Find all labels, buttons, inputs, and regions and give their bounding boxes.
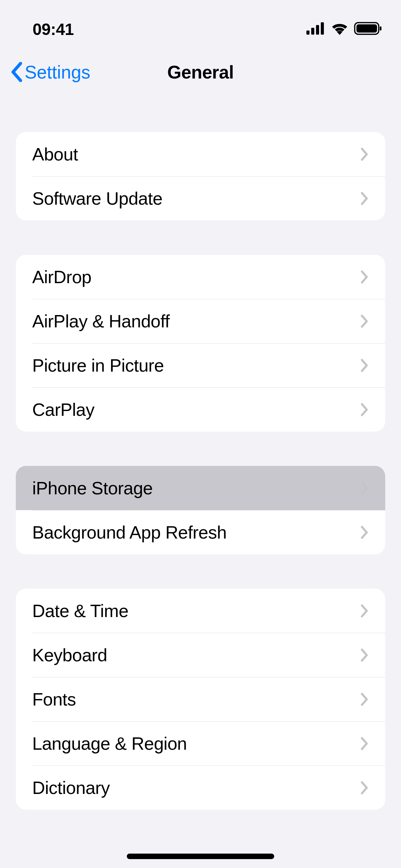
nav-bar: Settings General [0, 48, 401, 96]
chevron-right-icon [361, 737, 369, 750]
row-keyboard[interactable]: Keyboard [16, 633, 385, 677]
chevron-right-icon [361, 192, 369, 205]
row-label: Date & Time [32, 601, 129, 621]
chevron-right-icon [361, 147, 369, 161]
row-iphone-storage[interactable]: iPhone Storage [16, 466, 385, 510]
row-fonts[interactable]: Fonts [16, 677, 385, 721]
battery-icon [354, 22, 382, 36]
back-button[interactable]: Settings [10, 62, 90, 83]
row-picture-in-picture[interactable]: Picture in Picture [16, 343, 385, 387]
chevron-right-icon [361, 648, 369, 662]
row-label: Language & Region [32, 733, 187, 754]
row-date-time[interactable]: Date & Time [16, 589, 385, 633]
chevron-right-icon [361, 314, 369, 328]
status-bar: 09:41 [0, 0, 401, 48]
back-chevron-icon [10, 62, 23, 82]
row-label: Keyboard [32, 645, 107, 665]
settings-group-storage: iPhone StorageBackground App Refresh [16, 466, 385, 554]
chevron-right-icon [361, 692, 369, 706]
back-label: Settings [25, 62, 90, 83]
svg-rect-1 [311, 28, 314, 35]
chevron-right-icon [361, 481, 369, 495]
row-label: About [32, 144, 78, 165]
row-airdrop[interactable]: AirDrop [16, 255, 385, 299]
nav-title: General [167, 62, 234, 83]
row-dictionary[interactable]: Dictionary [16, 765, 385, 810]
wifi-icon [331, 22, 349, 36]
svg-rect-0 [306, 31, 309, 35]
chevron-right-icon [361, 403, 369, 417]
svg-rect-5 [356, 24, 377, 33]
svg-rect-2 [316, 25, 319, 35]
row-label: iPhone Storage [32, 478, 153, 498]
chevron-right-icon [361, 359, 369, 372]
settings-group-preferences: Date & TimeKeyboardFontsLanguage & Regio… [16, 589, 385, 810]
settings-group-info: AboutSoftware Update [16, 132, 385, 220]
status-time: 09:41 [33, 20, 74, 39]
row-label: CarPlay [32, 399, 94, 420]
row-label: AirDrop [32, 267, 92, 287]
home-indicator[interactable] [127, 854, 274, 859]
chevron-right-icon [361, 526, 369, 539]
chevron-right-icon [361, 604, 369, 618]
row-about[interactable]: About [16, 132, 385, 176]
chevron-right-icon [361, 270, 369, 284]
status-right [306, 22, 382, 36]
row-language-region[interactable]: Language & Region [16, 721, 385, 765]
row-label: Background App Refresh [32, 522, 227, 543]
row-label: Software Update [32, 188, 162, 209]
svg-rect-6 [380, 26, 381, 31]
settings-group-connectivity: AirDropAirPlay & HandoffPicture in Pictu… [16, 255, 385, 432]
row-label: Fonts [32, 689, 76, 710]
row-airplay-handoff[interactable]: AirPlay & Handoff [16, 299, 385, 343]
cellular-signal-icon [306, 22, 325, 36]
svg-rect-3 [321, 22, 324, 35]
chevron-right-icon [361, 781, 369, 795]
settings-content: AboutSoftware UpdateAirDropAirPlay & Han… [0, 132, 401, 810]
row-software-update[interactable]: Software Update [16, 176, 385, 220]
row-carplay[interactable]: CarPlay [16, 387, 385, 432]
row-label: Picture in Picture [32, 355, 164, 376]
row-label: AirPlay & Handoff [32, 311, 170, 331]
row-label: Dictionary [32, 777, 110, 798]
row-background-app-refresh[interactable]: Background App Refresh [16, 510, 385, 554]
